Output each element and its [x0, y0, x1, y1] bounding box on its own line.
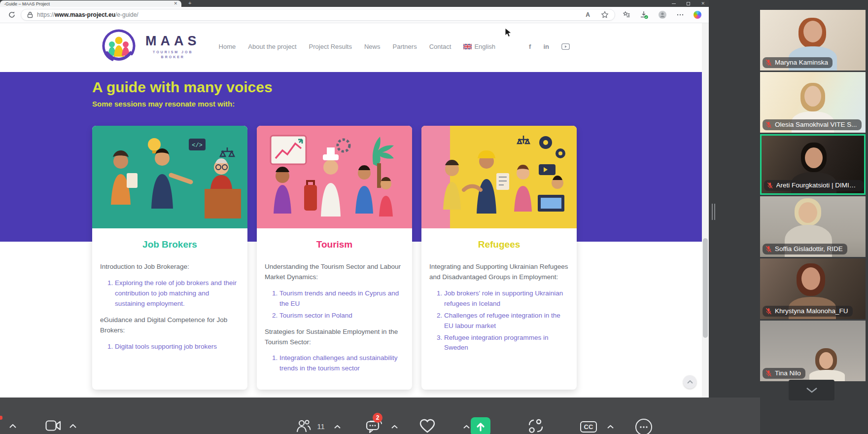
card-refugees[interactable]: Refugees Integrating and Supporting Ukra…	[421, 126, 577, 390]
page-title: A guide with many voices	[92, 79, 273, 96]
card-title[interactable]: Refugees	[421, 239, 577, 250]
job-brokers-illustration: </>	[92, 126, 247, 228]
browser-viewport: MAAS TOURISM JOB BROKER Home About the p…	[0, 23, 702, 398]
participant-tile[interactable]: Tina Nilo	[760, 321, 866, 381]
nav-news[interactable]: News	[364, 43, 381, 50]
nav-project-results[interactable]: Project Results	[309, 43, 352, 50]
favorite-star-icon[interactable]	[601, 11, 609, 19]
window-minimize-button[interactable]	[672, 3, 676, 4]
sidebar-resize-handle[interactable]	[712, 204, 715, 220]
share-screen-button[interactable]	[469, 416, 492, 434]
session-link[interactable]: Digital tools supporting job brokers	[115, 342, 240, 352]
card-job-brokers[interactable]: </> Job Brokers	[92, 126, 247, 390]
chat-chevron[interactable]	[388, 422, 400, 431]
sidebar-gap	[709, 0, 760, 434]
url-text[interactable]: https://www.maas-project.eu/e-guide/	[37, 11, 139, 18]
audio-options-chevron[interactable]	[7, 421, 19, 431]
scrollbar-thumb[interactable]	[703, 238, 708, 338]
session-link[interactable]: Exploring the role of job brokers and th…	[115, 278, 240, 309]
nav-home[interactable]: Home	[219, 43, 236, 50]
browser-tab-strip: -Guide – MAAS Project ✕ + ✕	[0, 0, 709, 7]
tab-close-icon[interactable]: ✕	[174, 1, 177, 6]
site-logo[interactable]: MAAS TOURISM JOB BROKER	[101, 28, 201, 64]
participant-tile[interactable]: Maryna Kaminska	[760, 10, 866, 71]
participant-tile[interactable]: Olesia Samokhval VITE S...	[760, 72, 866, 133]
meeting-toolbar: 11 2	[0, 398, 760, 434]
session-link[interactable]: Challenges of refugee integration in the…	[444, 311, 569, 331]
shared-browser-window: -Guide – MAAS Project ✕ + ✕ https://www.…	[0, 0, 709, 398]
window-maximize-button[interactable]	[687, 2, 690, 5]
nav-about[interactable]: About the project	[248, 43, 296, 50]
card-title[interactable]: Job Brokers	[92, 239, 247, 250]
reload-icon[interactable]	[8, 11, 16, 19]
participant-tile-active-speaker[interactable]: Areti Fourgkatsioti | DIMITRA	[760, 134, 866, 195]
browser-tab[interactable]: -Guide – MAAS Project ✕	[0, 0, 181, 7]
copilot-icon[interactable]	[694, 11, 701, 19]
facebook-icon[interactable]: f	[529, 43, 531, 50]
download-icon[interactable]	[640, 11, 649, 19]
session-link[interactable]: Job brokers' role in supporting Ukrainia…	[444, 289, 569, 309]
mic-muted-icon	[765, 370, 772, 377]
card-body: Introduction to Job Brokerage: Exploring…	[92, 253, 247, 367]
card-body: Integrating and Supporting Ukrainian Ref…	[421, 253, 577, 369]
reactions-button[interactable]	[417, 417, 438, 434]
logo-subtitle-1: TOURISM JOB	[145, 50, 201, 54]
captions-button[interactable]: CC	[578, 419, 599, 434]
browser-more-icon[interactable]	[676, 11, 684, 19]
participants-chevron[interactable]	[331, 422, 343, 431]
section-heading: eGuidance and Digital Competence for Job…	[100, 315, 240, 336]
card-title[interactable]: Tourism	[257, 239, 412, 250]
camera-icon	[45, 420, 61, 431]
chevron-up-icon	[9, 424, 16, 428]
section-heading: Understanding the Tourism Sector and Lab…	[265, 262, 404, 283]
address-bar[interactable]: https://www.maas-project.eu/e-guide/ A	[21, 9, 615, 21]
ellipsis-icon	[640, 426, 648, 428]
more-participants-button[interactable]	[789, 380, 834, 400]
session-link[interactable]: Tourism sector in Poland	[279, 311, 404, 321]
participant-name-label: Areti Fourgkatsioti | DIMITRA	[764, 180, 864, 191]
mic-muted-icon	[765, 308, 772, 315]
video-options-chevron[interactable]	[67, 421, 79, 431]
participants-count: 11	[314, 421, 327, 431]
share-arrow-icon	[476, 422, 485, 432]
participant-name-label: Khrystyna Malonoha_FU	[763, 306, 853, 317]
chevron-up-icon	[607, 425, 614, 429]
tourism-illustration	[257, 126, 412, 228]
participant-name-label: Tina Nilo	[763, 368, 805, 379]
browser-scrollbar[interactable]	[702, 23, 709, 398]
mic-muted-icon	[765, 246, 772, 253]
camera-button[interactable]	[43, 417, 63, 434]
window-close-button[interactable]: ✕	[701, 1, 705, 6]
more-options-button[interactable]	[634, 418, 654, 434]
new-tab-button[interactable]: +	[188, 0, 191, 7]
nav-partners[interactable]: Partners	[393, 43, 417, 50]
read-aloud-icon[interactable]: A	[586, 11, 590, 18]
card-body: Understanding the Tourism Sector and Lab…	[257, 253, 412, 390]
session-link[interactable]: Refugee integration programmes in Sweden	[444, 333, 569, 354]
apps-button[interactable]	[525, 417, 546, 434]
section-heading: Strategies for Sustainable Employment in…	[265, 327, 404, 348]
linkedin-icon[interactable]: in	[543, 43, 549, 50]
participant-tile[interactable]: Soffia Gisladottir, RIDE	[760, 196, 866, 257]
chat-button[interactable]: 2	[364, 417, 384, 434]
nav-contact[interactable]: Contact	[429, 43, 451, 50]
chevron-up-icon	[463, 425, 470, 429]
session-link[interactable]: Integration challenges and sustainabilit…	[279, 353, 404, 374]
uk-flag-icon	[463, 44, 472, 49]
youtube-icon[interactable]	[561, 43, 570, 50]
participant-name-label: Maryna Kaminska	[763, 57, 833, 68]
card-tourism[interactable]: Tourism Understanding the Tourism Sector…	[257, 126, 412, 390]
profile-icon[interactable]	[658, 10, 667, 19]
collections-icon[interactable]	[622, 11, 630, 19]
session-link[interactable]: Tourism trends and needs in Cyprus and t…	[279, 289, 404, 309]
cc-label: CC	[580, 421, 597, 433]
scroll-to-top-button[interactable]	[683, 375, 696, 389]
participant-tile[interactable]: Khrystyna Malonoha_FU	[760, 258, 866, 319]
captions-chevron[interactable]	[604, 422, 616, 431]
participants-button[interactable]	[294, 417, 313, 434]
chevron-up-icon	[391, 425, 398, 429]
site-header: MAAS TOURISM JOB BROKER Home About the p…	[0, 23, 702, 72]
participants-panel: Maryna Kaminska Olesia Samokhval VITE S.…	[760, 0, 868, 434]
language-selector[interactable]: English	[463, 43, 495, 50]
meeting-window: -Guide – MAAS Project ✕ + ✕ https://www.…	[0, 0, 868, 434]
